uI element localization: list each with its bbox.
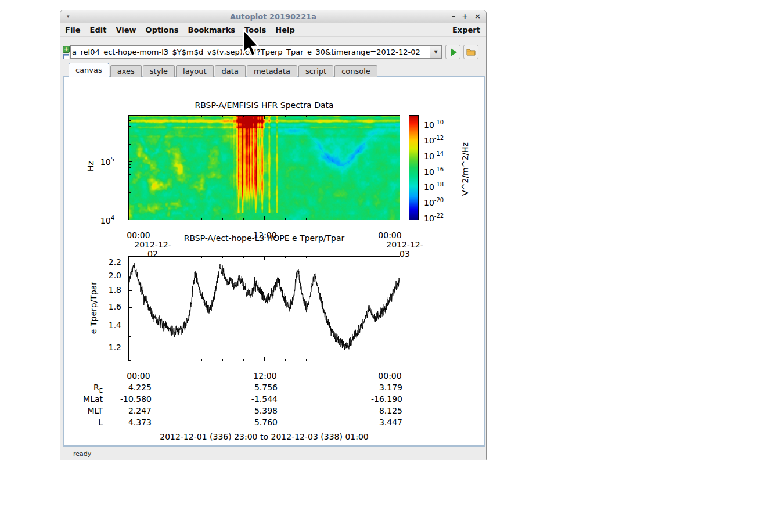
spectrogram-title: RBSP-A/EMFISIS HFR Spectra Data [128,100,400,110]
timeseries-title: RBSP-A/ect-hope-L3 HOPE e Tperp/Tpar [128,233,400,243]
ephemeris-value: 5.398 [231,406,278,415]
menu-help[interactable]: Help [271,24,299,35]
ephemeris-value: 5.760 [231,418,278,427]
colorbar-tick-label: 10-20 [424,197,454,207]
menu-edit[interactable]: Edit [85,24,111,35]
tab-axes[interactable]: axes [110,65,142,77]
colorbar-tick-label: 10-10 [424,119,454,130]
open-file-button[interactable] [463,45,478,59]
minimize-button[interactable]: – [452,12,456,20]
expert-mode-label: Expert [452,26,486,34]
tab-data[interactable]: data [215,65,246,77]
ephemeris-value: 4.373 [105,418,152,427]
spectrogram-canvas[interactable] [128,115,400,220]
time-range-label: 2012-12-01 (336) 23:00 to 2012-12-03 (33… [128,432,400,441]
uri-side-icons: + [63,46,70,59]
maximize-button[interactable]: + [462,12,468,20]
ephemeris-value: 3.179 [356,383,402,392]
ephemeris-value: -16.190 [356,394,402,404]
status-text: ready [73,450,91,458]
y-tick-label: 1.2 [97,343,121,352]
play-icon [451,48,457,56]
ephemeris-row: L 4.373 5.760 3.447 [64,418,484,429]
ephemeris-value: 2.247 [105,406,152,415]
uri-dropdown-button[interactable]: ▼ [430,45,442,59]
ephemeris-row: MLat -10.580 -1.544 -16.190 [64,394,484,406]
tabbar: canvas axes style layout data metadata s… [69,64,379,77]
folder-icon [466,48,476,56]
menu-view[interactable]: View [111,24,141,35]
ephemeris-value: 4.225 [105,383,152,392]
colorbar-tick-label: 10-16 [424,166,454,177]
titlebar[interactable]: ▾ Autoplot 20190221a – + × [60,10,486,24]
timeseries-canvas[interactable] [128,256,400,361]
ephemeris-value: 3.447 [356,418,402,427]
tab-metadata[interactable]: metadata [247,65,297,77]
close-button[interactable]: × [474,12,481,20]
menu-options[interactable]: Options [141,24,183,35]
y-tick-label: 2.0 [97,271,121,280]
x-tick-label: 00:00 [377,371,403,380]
mouse-cursor [241,28,264,59]
menubar: File Edit View Options Bookmarks Tools H… [60,23,486,37]
menu-file[interactable]: File [60,24,85,35]
x-tick-label: 00:00 [125,371,152,380]
y-tick-label: 1.8 [97,285,121,294]
plot-area: RBSP-A/EMFISIS HFR Spectra Data Hz 105 1… [64,77,484,445]
colorbar-tick-label: 10-12 [424,135,454,145]
tab-canvas[interactable]: canvas [69,63,109,77]
ephemeris-value: 8.125 [356,406,402,415]
colorbar-tick-label: 10-22 [424,213,454,223]
x-tick-label: 12:00 [252,371,278,380]
tab-script[interactable]: script [298,65,333,77]
ephemeris-label: MLat [64,394,103,405]
ephemeris-value: 5.756 [231,383,278,392]
colorbar-tick-label: 10-14 [424,150,454,161]
ephemeris-value: -1.544 [231,394,278,404]
autoplot-window: ▾ Autoplot 20190221a – + × File Edit Vie… [60,10,487,460]
colorbar-axis-label: V^2/m^2/Hz [460,142,470,196]
ephemeris-label: RE [64,383,103,394]
colorbar-tick-label: 10-18 [424,181,454,192]
y-tick-label: 1.4 [97,321,121,330]
menu-bookmarks[interactable]: Bookmarks [183,24,240,35]
y-tick-label: 105 [91,156,114,167]
colorbar[interactable] [409,115,419,220]
ephemeris-label: MLT [64,406,103,417]
y-tick-label: 1.6 [97,302,121,311]
ephemeris-label: L [64,418,103,429]
ephemeris-row: MLT 2.247 5.398 8.125 [64,406,484,418]
tab-layout[interactable]: layout [176,65,214,77]
window-title: Autoplot 20190221a [60,12,486,21]
ephemeris-value: -10.580 [105,394,152,404]
canvas-panel: RBSP-A/EMFISIS HFR Spectra Data Hz 105 1… [63,76,485,447]
statusbar: ready [60,448,486,460]
tab-style[interactable]: style [143,65,175,77]
y-tick-label: 104 [91,215,114,225]
y-tick-label: 2.2 [97,257,121,267]
add-plot-button[interactable]: + [63,46,70,53]
desktop: ▾ Autoplot 20190221a – + × File Edit Vie… [0,0,781,532]
tab-console[interactable]: console [334,65,377,77]
editor-grid-button[interactable] [63,54,69,59]
ephemeris-row: RE 4.225 5.756 3.179 [64,383,484,394]
plot-go-button[interactable] [445,45,460,59]
